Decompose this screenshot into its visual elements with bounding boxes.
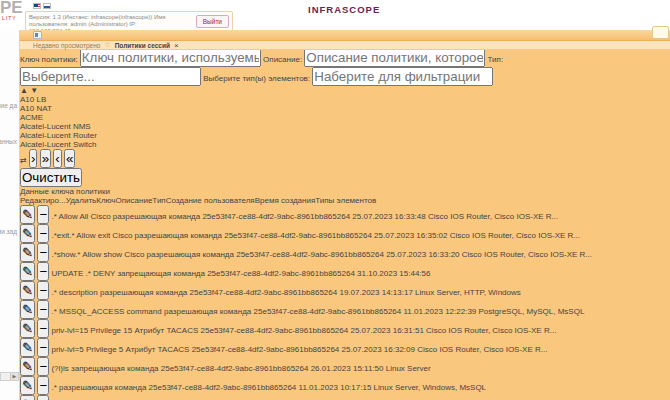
edit-row-button[interactable]: ✎: [20, 262, 35, 281]
delete-row-button[interactable]: −: [37, 262, 49, 281]
pencil-icon: ✎: [22, 340, 33, 355]
listbox-scrollbar[interactable]: ▲ ▼: [20, 86, 38, 95]
type-select[interactable]: [20, 67, 201, 86]
element-types-cell: Cisco IOS Router, Cisco IOS-XE R...: [450, 231, 580, 240]
element-types-cell: Cisco IOS Router, Cisco IOS-XE R...: [428, 212, 558, 221]
delete-row-button[interactable]: −: [37, 243, 49, 262]
description-cell: Allow All Cisco: [59, 212, 111, 221]
delete-row-button[interactable]: −: [37, 205, 49, 224]
delete-row-button[interactable]: −: [37, 224, 49, 243]
logout-button[interactable]: Выйти: [196, 15, 229, 28]
column-header: Редактиро...: [20, 196, 66, 205]
type-cell: разрешающая команда: [59, 383, 146, 392]
delete-row-button[interactable]: −: [37, 395, 49, 400]
element-type-filter-input[interactable]: [312, 67, 493, 86]
edit-row-button[interactable]: ✎: [20, 357, 35, 376]
sidebar-item-fragment[interactable]: ми данных: [0, 138, 17, 145]
created-by-cell: 25e53f47-ce88-4df2-9abc-8961bb865264: [149, 383, 297, 392]
element-types-cell: Linux Server, HTTP, Windows: [415, 288, 521, 297]
session-info-box: Версия: 1.3 (Инстанс: infrascope(infrasc…: [25, 11, 233, 31]
listbox-transfer-controls: ⇄ › » ‹ «: [20, 149, 670, 168]
description-cell: Allow show Cisco: [82, 250, 144, 259]
sidebar-item-fragment[interactable]: вание да: [0, 102, 17, 109]
ru-flag-icon[interactable]: [43, 3, 51, 9]
key-cell: .*exit.*: [51, 231, 74, 240]
element-type-option[interactable]: A10 LB: [20, 95, 670, 104]
key-cell: priv-lvl=15: [51, 326, 88, 335]
sidebar-horizontal-scrollbar[interactable]: ▶: [0, 372, 19, 381]
key-cell: (?i)ls: [51, 364, 68, 373]
delete-row-button[interactable]: −: [37, 338, 49, 357]
close-icon[interactable]: ×: [174, 41, 179, 50]
edit-row-button[interactable]: ✎: [20, 243, 35, 262]
type-cell: разрешающая команда: [113, 212, 200, 221]
key-policy-form: Ключ политики: Описание: Тип: Выберите т…: [20, 48, 670, 187]
description-cell: Privilege 15: [90, 326, 132, 335]
description-label: Описание:: [263, 55, 302, 64]
delete-row-button[interactable]: −: [37, 281, 49, 300]
available-element-types-listbox[interactable]: ▲ ▼ A10 LBA10 NATACMEAlcatel-Lucent NMSA…: [20, 86, 670, 149]
edit-row-button[interactable]: ✎: [20, 205, 35, 224]
minus-icon: −: [39, 207, 47, 222]
add-all-button[interactable]: »: [40, 149, 51, 168]
delete-row-button[interactable]: −: [37, 357, 49, 376]
description-cell: Allow exit Cisco: [76, 231, 132, 240]
column-header: Время создания: [255, 196, 316, 205]
edit-row-button[interactable]: ✎: [20, 224, 35, 243]
scroll-up-icon[interactable]: ▲: [20, 86, 28, 95]
remove-all-button[interactable]: «: [64, 149, 75, 168]
remove-selected-button[interactable]: ‹: [53, 149, 61, 168]
element-types-cell: Cisco IOS Router, Cisco IOS-XE R...: [417, 345, 547, 354]
toolbar-cut-widget[interactable]: [652, 26, 669, 39]
element-type-option[interactable]: A10 NAT: [20, 104, 670, 113]
policy-key-label: Ключ политики:: [20, 55, 78, 64]
sidebar-item-fragment[interactable]: ными зад: [0, 228, 17, 235]
element-type-option[interactable]: Alcatel-Lucent Router: [20, 131, 670, 140]
breadcrumb-current-page[interactable]: Политики сессий: [115, 42, 170, 49]
us-flag-icon[interactable]: [33, 3, 41, 9]
delete-row-button[interactable]: −: [37, 376, 49, 395]
pencil-icon: ✎: [22, 207, 33, 222]
description-input[interactable]: [304, 48, 485, 67]
description-cell: MSSQL_ACCESS command: [59, 307, 162, 316]
collapse-panel-icon[interactable]: [33, 31, 42, 39]
created-by-cell: 25e53f47-ce88-4df2-9abc-8961bb865264: [207, 269, 355, 278]
minus-icon: −: [39, 245, 47, 260]
table-body: ✎ − .* Allow All Cisco разрешающая коман…: [20, 205, 670, 400]
created-at-cell: 11.01.2023 12:22:39: [403, 307, 476, 316]
minus-icon: −: [39, 340, 47, 355]
favorite-star-icon[interactable]: ☆: [104, 42, 110, 48]
element-types-cell: Cisco IOS Router, Cisco IOS-XE R...: [426, 326, 556, 335]
element-type-option[interactable]: Alcatel-Lucent Switch: [20, 140, 670, 149]
add-selected-button[interactable]: ›: [29, 149, 37, 168]
swap-icon[interactable]: ⇄: [20, 156, 27, 165]
element-type-option[interactable]: ACME: [20, 113, 670, 122]
pencil-icon: ✎: [22, 359, 33, 374]
element-type-option[interactable]: Alcatel-Lucent NMS: [20, 122, 670, 131]
edit-row-button[interactable]: ✎: [20, 395, 35, 400]
created-at-cell: 25.07.2023 16:33:48: [352, 212, 425, 221]
description-cell: description: [59, 288, 98, 297]
edit-row-button[interactable]: ✎: [20, 338, 35, 357]
delete-row-button[interactable]: −: [37, 319, 49, 338]
minus-icon: −: [39, 226, 47, 241]
pencil-icon: ✎: [22, 378, 33, 393]
edit-row-button[interactable]: ✎: [20, 376, 35, 395]
left-sidebar-cut: вание да ми данных ными зад ▶: [0, 30, 20, 400]
created-by-cell: 25e53f47-ce88-4df2-9abc-8961bb865264: [192, 345, 340, 354]
type-cell: запрещающая команда: [117, 269, 205, 278]
type-cell: разрешающая команда: [164, 307, 251, 316]
key-cell: priv-lvl=5: [51, 345, 83, 354]
table-section-title: Данные ключа политики: [20, 187, 670, 196]
edit-row-button[interactable]: ✎: [20, 281, 35, 300]
policy-key-input[interactable]: [80, 48, 261, 67]
edit-row-button[interactable]: ✎: [20, 319, 35, 338]
edit-row-button[interactable]: ✎: [20, 300, 35, 319]
clear-form-button[interactable]: Очистить: [20, 168, 82, 187]
created-at-cell: 26.01.2023 15:11:50: [311, 364, 384, 373]
delete-row-button[interactable]: −: [37, 300, 49, 319]
scroll-down-icon[interactable]: ▼: [30, 86, 38, 95]
key-cell: .*: [51, 383, 56, 392]
created-by-cell: 25e53f47-ce88-4df2-9abc-8961bb865264: [254, 307, 402, 316]
scroll-right-icon[interactable]: ▶: [10, 373, 18, 380]
